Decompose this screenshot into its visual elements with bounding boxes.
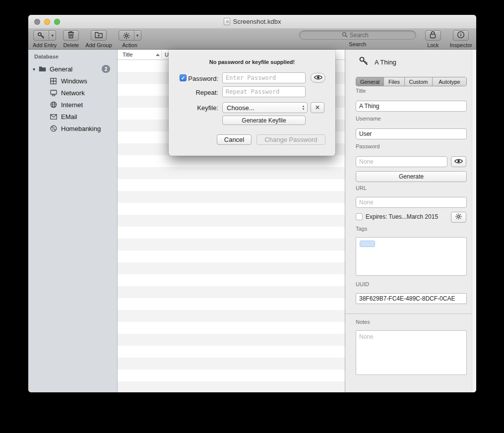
- sidebar-group-general[interactable]: ▾ General 2: [28, 63, 117, 75]
- keyfile-label: Keyfile:: [169, 104, 218, 112]
- globe-icon: [50, 101, 57, 108]
- add-entry-item: ▾ Add Entry: [33, 30, 57, 48]
- search-icon: [342, 31, 348, 40]
- password-label: Password:: [169, 75, 218, 82]
- add-group-item: Add Group: [85, 30, 112, 48]
- coin-icon: [50, 125, 57, 132]
- delete-button[interactable]: [63, 30, 79, 41]
- sidebar-item-homebanking[interactable]: Homebanking: [28, 123, 117, 134]
- url-field[interactable]: [356, 197, 467, 208]
- keyfile-popup-value: Choose...: [223, 104, 300, 112]
- sort-ascending-icon: [156, 54, 160, 56]
- search-field[interactable]: [299, 30, 416, 40]
- titlebar: Screenshot.kdbx: [28, 15, 476, 29]
- add-group-label: Add Group: [85, 42, 112, 48]
- sidebar-group-label: General: [50, 65, 72, 73]
- group-count-badge: 2: [102, 65, 110, 73]
- sidebar-item-internet[interactable]: Internet: [28, 99, 117, 111]
- inspector-label: Inspector: [450, 42, 472, 48]
- sidebar-item-label: Homebanking: [61, 125, 101, 132]
- sidebar-header: Database: [34, 54, 59, 60]
- sidebar-item-windows[interactable]: Windows: [28, 75, 117, 87]
- search-label: Search: [349, 41, 366, 47]
- column-divider[interactable]: [161, 51, 162, 59]
- sidebar: Database ▾ General 2 Windows: [28, 50, 118, 392]
- popup-stepper-icon: ▴▾: [300, 105, 307, 111]
- sidebar-item-label: EMail: [61, 113, 77, 121]
- lock-button[interactable]: [425, 30, 441, 41]
- column-header-title[interactable]: Title: [123, 52, 132, 58]
- password-field-label: Password: [356, 143, 379, 149]
- lock-label: Lock: [427, 42, 439, 48]
- generate-keyfile-button[interactable]: Generate Keyfile: [222, 116, 306, 125]
- close-icon: ×: [315, 103, 319, 112]
- action-button[interactable]: ▾: [119, 30, 141, 41]
- keyfile-popup[interactable]: Choose... ▴▾: [222, 102, 308, 113]
- trash-icon: [67, 31, 74, 41]
- password-field[interactable]: [356, 156, 447, 167]
- tab-autotype[interactable]: Autotype: [433, 77, 466, 86]
- chevron-down-icon[interactable]: ▾: [49, 31, 56, 40]
- tags-box[interactable]: [356, 237, 467, 276]
- column-header-username[interactable]: U: [165, 52, 169, 58]
- app-window: Screenshot.kdbx ▾ Add Entry: [28, 15, 476, 392]
- repeat-label: Repeat:: [169, 89, 218, 96]
- inspector-scrollbar[interactable]: [472, 50, 476, 392]
- sidebar-item-email[interactable]: EMail: [28, 111, 117, 123]
- folder-icon: [39, 66, 46, 72]
- folder-plus-icon: [95, 31, 103, 40]
- toolbar-left-group: ▾ Add Entry Delete: [33, 30, 141, 48]
- inspector-panel: A Thing General Files Custom Autotype Ti…: [345, 50, 476, 392]
- tab-custom[interactable]: Custom: [405, 77, 433, 86]
- password-input[interactable]: [222, 72, 306, 83]
- expires-checkbox[interactable]: [356, 213, 363, 220]
- notes-label: Notes: [356, 319, 370, 325]
- sidebar-item-network[interactable]: Network: [28, 87, 117, 99]
- delete-item: Delete: [63, 30, 79, 48]
- tab-files[interactable]: Files: [384, 77, 405, 86]
- change-password-button[interactable]: Change Password: [256, 134, 325, 145]
- title-wrap: Screenshot.kdbx: [28, 15, 476, 28]
- lock-icon: [430, 31, 436, 41]
- eye-icon: [314, 73, 322, 82]
- toolbar: ▾ Add Entry Delete: [28, 29, 476, 50]
- show-password-button[interactable]: [311, 73, 325, 83]
- username-field-label: Username: [356, 116, 381, 122]
- url-field-label: URL: [356, 185, 367, 191]
- tab-general[interactable]: General: [356, 77, 384, 86]
- inspector-button[interactable]: [453, 30, 469, 41]
- password-sheet-dialog: No password or keyfile supplied! ✓ Passw…: [169, 50, 335, 156]
- sidebar-item-label: Internet: [61, 101, 83, 109]
- gear-icon: [455, 213, 462, 222]
- search-input[interactable]: [350, 32, 374, 39]
- generate-password-button[interactable]: Generate: [356, 171, 467, 182]
- add-group-button[interactable]: [91, 30, 107, 41]
- inspector-divider: [345, 313, 476, 314]
- show-password-button[interactable]: [451, 156, 466, 167]
- chevron-down-icon[interactable]: ▾: [134, 31, 141, 40]
- tag-token[interactable]: [360, 241, 375, 247]
- uuid-field[interactable]: 38F629B7-FC4E-489C-8DCF-0CAE: [356, 293, 467, 304]
- repeat-input[interactable]: [222, 86, 306, 97]
- monitor-icon: [50, 90, 57, 96]
- disclosure-triangle-icon[interactable]: ▾: [33, 66, 39, 72]
- envelope-icon: [50, 114, 57, 120]
- document-icon: [224, 18, 230, 25]
- info-icon: [457, 31, 465, 41]
- expires-label: Expires: Tues...March 2015: [366, 213, 438, 220]
- inspector-title-row: A Thing: [359, 56, 396, 68]
- window-title: Screenshot.kdbx: [233, 18, 281, 25]
- username-field[interactable]: [356, 128, 467, 139]
- expires-settings-button[interactable]: [451, 212, 466, 223]
- eye-icon: [454, 157, 463, 166]
- inspector-tabs: General Files Custom Autotype: [356, 77, 467, 86]
- action-label: Action: [122, 42, 137, 48]
- action-item: ▾ Action: [119, 30, 141, 48]
- cancel-button[interactable]: Cancel: [217, 134, 252, 145]
- expires-row: Expires: Tues...March 2015: [356, 213, 438, 220]
- clear-keyfile-button[interactable]: ×: [311, 102, 324, 113]
- add-entry-button[interactable]: ▾: [33, 30, 56, 41]
- title-field-label: Title: [356, 88, 366, 94]
- notes-textarea[interactable]: [356, 330, 467, 375]
- title-field[interactable]: [356, 101, 467, 112]
